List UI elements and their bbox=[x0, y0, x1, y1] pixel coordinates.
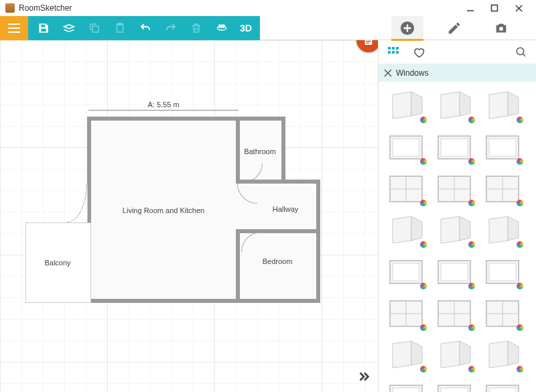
library-sub-toolbar bbox=[379, 40, 536, 64]
color-picker-dot[interactable] bbox=[420, 283, 427, 289]
color-picker-dot[interactable] bbox=[517, 283, 523, 289]
color-picker-dot[interactable] bbox=[468, 241, 475, 248]
canvas-area[interactable]: A: 5.55 m B: 5.33 m Living Room and Kitc… bbox=[0, 40, 378, 392]
library-item-fixed-sq-2[interactable] bbox=[432, 129, 476, 166]
paste-button[interactable] bbox=[109, 18, 131, 38]
svg-rect-4 bbox=[8, 23, 20, 25]
svg-marker-27 bbox=[393, 92, 411, 119]
menu-button[interactable] bbox=[0, 16, 28, 40]
library-item-fixed-long[interactable] bbox=[384, 212, 428, 249]
library-item-slider-3[interactable] bbox=[480, 336, 525, 374]
color-picker-dot[interactable] bbox=[420, 241, 427, 248]
library-item-fixed-sq-3[interactable] bbox=[480, 129, 525, 166]
color-picker-dot[interactable] bbox=[468, 200, 475, 206]
svg-text:360: 360 bbox=[219, 23, 225, 27]
svg-rect-5 bbox=[8, 27, 20, 29]
library-item-fixed-wide[interactable] bbox=[384, 170, 428, 208]
library-item-tall-narrow-2[interactable] bbox=[480, 212, 525, 249]
tab-camera[interactable] bbox=[485, 16, 517, 40]
color-picker-dot[interactable] bbox=[468, 158, 475, 165]
grid-view-icon[interactable] bbox=[385, 44, 401, 60]
library-item-open-leaf-2[interactable] bbox=[432, 87, 476, 125]
color-picker-dot[interactable] bbox=[517, 241, 523, 248]
svg-rect-80 bbox=[489, 388, 516, 392]
color-picker-dot[interactable] bbox=[420, 324, 427, 331]
library-item-awning[interactable] bbox=[384, 378, 428, 392]
library-item-fixed-wide-3[interactable] bbox=[480, 170, 525, 208]
library-item-open-leaf-3[interactable] bbox=[480, 87, 525, 125]
svg-marker-51 bbox=[460, 216, 470, 241]
library-item-open-leaf[interactable] bbox=[384, 87, 428, 125]
library-item-pane-6b[interactable] bbox=[480, 253, 525, 291]
library-item-awning-3[interactable] bbox=[480, 378, 525, 392]
svg-rect-36 bbox=[441, 139, 468, 156]
favorites-icon[interactable] bbox=[411, 44, 427, 60]
save-button[interactable] bbox=[32, 18, 55, 38]
measure-a-label: A: 5.55 m bbox=[147, 101, 179, 109]
library-item-pane-12b[interactable] bbox=[480, 295, 525, 332]
redo-button[interactable] bbox=[159, 18, 182, 38]
room-label-bathroom: Bathroom bbox=[244, 147, 276, 155]
close-button[interactable] bbox=[507, 0, 531, 16]
library-item-pane-4[interactable] bbox=[384, 253, 428, 291]
delete-button[interactable] bbox=[185, 18, 208, 38]
minimize-button[interactable] bbox=[458, 0, 482, 16]
color-picker-dot[interactable] bbox=[420, 158, 427, 165]
color-picker-dot[interactable] bbox=[517, 158, 523, 165]
color-picker-dot[interactable] bbox=[420, 366, 427, 373]
floorplan[interactable]: A: 5.55 m B: 5.33 m Living Room and Kitc… bbox=[25, 109, 354, 336]
svg-marker-50 bbox=[441, 216, 460, 243]
library-category-label: Windows bbox=[396, 68, 429, 78]
svg-point-13 bbox=[499, 26, 503, 30]
svg-marker-70 bbox=[411, 341, 422, 365]
library-item-slider-2[interactable] bbox=[432, 336, 476, 374]
tab-add[interactable] bbox=[391, 16, 423, 40]
close-category-icon[interactable] bbox=[384, 69, 392, 77]
svg-rect-22 bbox=[396, 51, 399, 54]
library-item-tall-narrow[interactable] bbox=[432, 212, 476, 249]
tab-edit[interactable] bbox=[438, 16, 470, 40]
app-title: RoomSketcher bbox=[19, 3, 458, 13]
svg-rect-34 bbox=[393, 139, 419, 156]
svg-rect-20 bbox=[388, 51, 391, 54]
svg-marker-30 bbox=[460, 92, 470, 116]
undo-button[interactable] bbox=[134, 18, 157, 38]
color-picker-dot[interactable] bbox=[468, 283, 475, 289]
balcony-door-swing bbox=[87, 184, 88, 222]
svg-rect-17 bbox=[388, 47, 391, 50]
library-item-fixed-sq[interactable] bbox=[384, 129, 428, 166]
library-grid[interactable] bbox=[379, 82, 536, 392]
color-picker-dot[interactable] bbox=[468, 324, 475, 331]
library-category-header: Windows bbox=[379, 64, 536, 82]
3d-view-button[interactable]: 3D bbox=[236, 18, 256, 38]
library-item-pane-6[interactable] bbox=[432, 253, 476, 291]
library-item-slider[interactable] bbox=[384, 336, 428, 374]
svg-rect-7 bbox=[92, 26, 98, 32]
svg-rect-18 bbox=[392, 47, 395, 50]
color-picker-dot[interactable] bbox=[517, 324, 523, 331]
color-picker-dot[interactable] bbox=[468, 366, 475, 373]
svg-rect-38 bbox=[489, 139, 516, 156]
color-picker-dot[interactable] bbox=[420, 200, 427, 206]
maximize-button[interactable] bbox=[482, 0, 507, 16]
color-picker-dot[interactable] bbox=[517, 200, 523, 206]
layers-button[interactable] bbox=[58, 18, 80, 38]
library-item-pane-9[interactable] bbox=[384, 295, 428, 332]
color-picker-dot[interactable] bbox=[420, 117, 427, 123]
library-item-fixed-wide-2[interactable] bbox=[432, 170, 476, 208]
color-picker-dot[interactable] bbox=[468, 117, 475, 123]
color-picker-dot[interactable] bbox=[517, 117, 523, 123]
room-label-bedroom: Bedroom bbox=[263, 257, 293, 265]
library-item-pane-12[interactable] bbox=[432, 295, 476, 332]
measure-line-a bbox=[88, 110, 239, 111]
collapse-panel-button[interactable] bbox=[356, 369, 371, 384]
svg-marker-28 bbox=[411, 92, 422, 116]
copy-button[interactable] bbox=[83, 18, 106, 38]
svg-marker-74 bbox=[508, 341, 519, 365]
library-item-awning-2[interactable] bbox=[432, 378, 476, 392]
search-icon[interactable] bbox=[513, 44, 529, 60]
svg-marker-49 bbox=[411, 216, 422, 241]
color-picker-dot[interactable] bbox=[517, 366, 523, 373]
360-view-button[interactable]: 360 bbox=[210, 18, 233, 38]
svg-rect-15 bbox=[366, 41, 371, 42]
